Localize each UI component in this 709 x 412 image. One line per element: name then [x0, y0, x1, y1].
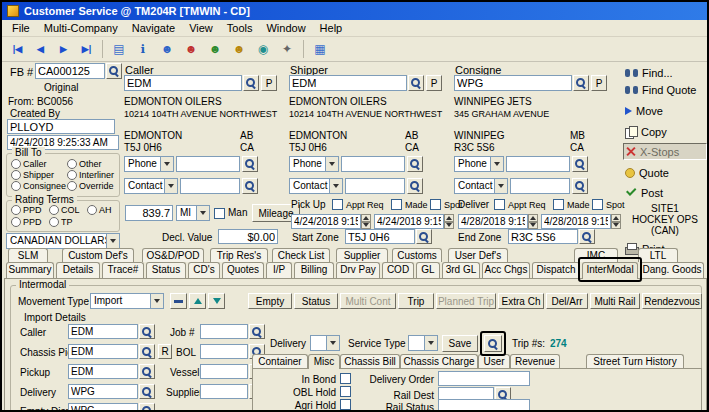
pickup-appt-req-checkbox[interactable]	[332, 199, 343, 210]
shipper-lookup-button[interactable]	[408, 75, 424, 91]
start-zone-lookup-button[interactable]	[416, 229, 432, 244]
extra-ch-button[interactable]: Extra Ch	[498, 293, 544, 309]
copy-button[interactable]: Copy	[623, 123, 707, 140]
tab-billing[interactable]: Billing	[294, 262, 334, 278]
agri-hold-checkbox[interactable]	[340, 399, 351, 410]
consignee-lookup-button[interactable]	[573, 75, 589, 91]
tab-check-list[interactable]: Check List	[272, 248, 330, 262]
carrier-icon[interactable]: ☻	[180, 39, 202, 59]
shipper-phone-lookup-button[interactable]	[407, 156, 423, 172]
end-zone-field[interactable]	[508, 229, 578, 244]
tab-acc-chgs[interactable]: Acc Chgs	[482, 262, 530, 278]
caller-contact-lookup-button[interactable]	[242, 178, 258, 194]
tab-customs[interactable]: Customs	[392, 248, 442, 262]
deliver-spot-checkbox[interactable]	[592, 199, 603, 210]
caller-contact-field[interactable]	[180, 178, 240, 194]
im-delivery-field[interactable]	[68, 384, 138, 399]
currency-combo[interactable]: CANADIAN DOLLARS	[6, 233, 120, 249]
post-button[interactable]: Post	[623, 184, 707, 201]
last-record-button[interactable]: ▶|	[76, 39, 97, 59]
multi-rail-button[interactable]: Multi Rail	[590, 293, 640, 309]
menu-view[interactable]: View	[182, 21, 220, 35]
tab-drv-pay[interactable]: Drv Pay	[336, 262, 380, 278]
tab-dispatch[interactable]: Dispatch	[532, 262, 580, 278]
bol-field[interactable]	[200, 344, 248, 359]
movement-type-combo[interactable]: Import	[90, 293, 164, 309]
vessel-field[interactable]	[200, 364, 248, 379]
supplier-field[interactable]	[200, 384, 248, 399]
bill-to-shipper-radio[interactable]	[11, 170, 21, 180]
chevron-down-icon[interactable]	[150, 294, 163, 308]
tab-dang-goods[interactable]: Dang. Goods	[640, 262, 704, 278]
decl-value-field[interactable]	[218, 229, 278, 244]
bill-to-caller-radio[interactable]	[11, 159, 21, 169]
pickup-spot-checkbox[interactable]	[430, 199, 441, 210]
rating-ppd2-radio[interactable]	[11, 217, 21, 227]
del-arr-button[interactable]: Del/Arr	[546, 293, 588, 309]
empty-disp-field[interactable]	[68, 403, 138, 412]
tab-3rd-gl[interactable]: 3rd GL	[442, 262, 480, 278]
caller-code-field[interactable]	[124, 75, 242, 91]
tab-container[interactable]: Container	[252, 354, 308, 368]
bill-to-consignee-radio[interactable]	[11, 181, 21, 191]
end-zone-lookup-button[interactable]	[579, 229, 595, 244]
menu-window[interactable]: Window	[259, 21, 312, 35]
tab-gl[interactable]: GL	[416, 262, 440, 278]
rendezvous-button[interactable]: Rendezvous	[642, 293, 702, 309]
save-button[interactable]: Save	[442, 335, 478, 352]
deliver-appt-req-checkbox[interactable]	[494, 199, 505, 210]
vendor-icon[interactable]: ☻	[228, 39, 250, 59]
driver-icon[interactable]: ☻	[204, 39, 226, 59]
caller-contact-combo[interactable]: Contact	[124, 178, 178, 194]
movement-up-button[interactable]	[189, 293, 206, 309]
chevron-down-icon[interactable]	[329, 179, 342, 193]
shipper-code-field[interactable]	[289, 75, 407, 91]
menu-help[interactable]: Help	[313, 21, 350, 35]
pickup-made-checkbox[interactable]	[391, 199, 402, 210]
tab-ltl[interactable]: LTL	[638, 248, 678, 262]
tab-status[interactable]: Status	[146, 262, 186, 278]
menu-multi-company[interactable]: Multi-Company	[37, 21, 125, 35]
caller-phone-lookup-button[interactable]	[242, 156, 258, 172]
deliver-early-date-spinner[interactable]	[528, 214, 538, 229]
consignee-contact-combo[interactable]: Contact	[454, 178, 508, 194]
chevron-down-icon[interactable]	[196, 206, 209, 220]
service-type-combo[interactable]	[408, 335, 438, 351]
empty-disp-lookup-button[interactable]	[139, 403, 155, 412]
chevron-down-icon[interactable]	[160, 157, 173, 171]
tab-misc[interactable]: Misc	[308, 354, 340, 369]
caller-phone-combo[interactable]: Phone	[124, 156, 174, 172]
im-pickup-field[interactable]	[68, 364, 138, 379]
prior-record-button[interactable]: ◀	[30, 39, 51, 59]
chassis-pick-field[interactable]	[68, 344, 138, 359]
rail-status-field[interactable]	[438, 399, 530, 412]
obl-hold-checkbox[interactable]	[340, 386, 351, 397]
x-stops-button[interactable]: X-Stops	[623, 143, 707, 160]
bill-to-interliner-radio[interactable]	[67, 170, 77, 180]
first-record-button[interactable]: |◀	[7, 39, 28, 59]
tab-chassis-bill[interactable]: Chassis Bill	[340, 354, 400, 368]
delivery-dd-combo[interactable]	[310, 335, 340, 351]
shipper-contact-field[interactable]	[345, 178, 405, 194]
pickup-late-date-field[interactable]	[374, 214, 444, 229]
bill-to-other-radio[interactable]	[67, 159, 77, 169]
consignee-phone-lookup-button[interactable]	[572, 156, 588, 172]
tab-slm[interactable]: SLM	[8, 248, 48, 262]
tools-icon[interactable]: ✦	[276, 39, 298, 59]
customer-icon[interactable]: ☻	[156, 39, 178, 59]
chevron-down-icon[interactable]	[106, 234, 119, 248]
tab-details[interactable]: Details	[56, 262, 100, 278]
pickup-early-date-field[interactable]	[291, 214, 361, 229]
tab-cds[interactable]: CD's	[188, 262, 220, 278]
consignee-profile-button[interactable]: P	[591, 75, 607, 91]
tab-quotes[interactable]: Quotes	[222, 262, 264, 278]
tab-user[interactable]: User	[478, 354, 510, 368]
chevron-down-icon[interactable]	[490, 157, 503, 171]
deliver-made-checkbox[interactable]	[553, 199, 564, 210]
caller-lookup-button[interactable]	[243, 75, 259, 91]
delivery-order-field[interactable]	[438, 371, 530, 386]
grid-icon[interactable]: ▦	[309, 39, 331, 59]
shipper-phone-combo[interactable]: Phone	[289, 156, 339, 172]
tab-ip[interactable]: I/P	[266, 262, 292, 278]
manual-mileage-checkbox[interactable]	[214, 208, 225, 219]
